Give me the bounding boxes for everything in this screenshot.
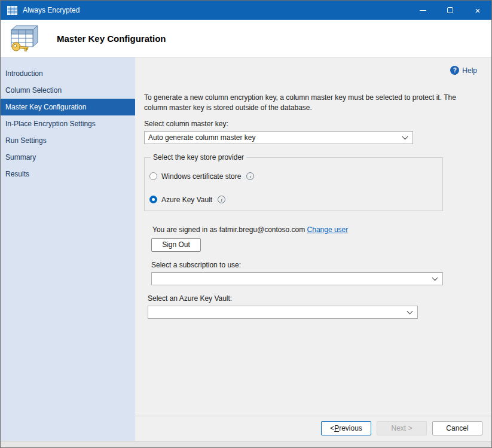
title-bar: Always Encrypted ×: [1, 1, 491, 20]
minimize-icon: [420, 10, 426, 11]
window-bottom-edge: [1, 441, 491, 447]
key-store-provider-group-title: Select the key store provider: [151, 153, 246, 161]
info-icon[interactable]: i: [246, 172, 254, 180]
signed-in-text: You are signed in as fatmir.bregu@contos…: [152, 225, 307, 234]
sidebar-item-run-settings[interactable]: Run Settings: [1, 132, 135, 149]
wizard-body: Introduction Column Selection Master Key…: [1, 57, 491, 441]
close-button[interactable]: ×: [464, 1, 491, 20]
next-button[interactable]: Next >: [377, 421, 427, 435]
intro-text: To generate a new column encryption key,…: [144, 93, 480, 114]
wizard-steps-sidebar: Introduction Column Selection Master Key…: [1, 57, 135, 441]
window-title: Always Encrypted: [23, 6, 80, 14]
caption-buttons: ×: [409, 1, 491, 20]
sidebar-item-master-key-configuration[interactable]: Master Key Configuration: [1, 99, 135, 115]
help-label: Help: [462, 66, 477, 75]
subscription-select[interactable]: [151, 272, 443, 285]
always-encrypted-window: Always Encrypted × Master Key Configurat…: [0, 0, 492, 448]
cancel-button[interactable]: Cancel: [432, 421, 482, 435]
previous-button-rest: revious: [339, 424, 362, 432]
maximize-button[interactable]: [436, 1, 464, 20]
main-panel: ? Help To generate a new column encrypti…: [135, 57, 491, 441]
master-key-select-value: Auto generate column master key: [148, 133, 401, 142]
wizard-header: Master Key Configuration: [1, 20, 491, 57]
azure-key-vault-label: Select an Azure Key Vault:: [148, 294, 479, 303]
close-icon: ×: [475, 6, 481, 15]
radio-windows-certificate-store-label: Windows certificate store: [161, 172, 241, 181]
previous-button[interactable]: < Previous: [321, 421, 371, 435]
radio-azure-key-vault[interactable]: Azure Key Vault i: [149, 193, 442, 206]
table-key-icon: [7, 24, 41, 53]
radio-button-icon: [149, 172, 157, 180]
sign-out-button[interactable]: Sign Out: [151, 238, 201, 252]
subscription-label: Select a subscription to use:: [151, 261, 479, 269]
previous-button-prefix: <: [330, 424, 334, 432]
help-icon: ?: [450, 66, 459, 75]
maximize-icon: [447, 7, 453, 13]
help-link[interactable]: ? Help: [450, 66, 477, 75]
wizard-footer: < Previous Next > Cancel: [135, 416, 491, 441]
signed-in-line: You are signed in as fatmir.bregu@contos…: [152, 225, 479, 234]
radio-button-checked-icon: [149, 196, 157, 203]
sidebar-item-results[interactable]: Results: [1, 166, 135, 182]
change-user-link[interactable]: Change user: [307, 225, 349, 234]
sidebar-item-in-place-encryption-settings[interactable]: In-Place Encryption Settings: [1, 115, 135, 132]
chevron-down-icon: [432, 275, 438, 281]
chevron-down-icon: [402, 133, 408, 139]
info-icon[interactable]: i: [218, 196, 225, 203]
radio-azure-key-vault-label: Azure Key Vault: [161, 196, 212, 204]
previous-button-accesskey: P: [334, 424, 339, 432]
sidebar-item-introduction[interactable]: Introduction: [1, 65, 135, 82]
main-content: ? Help To generate a new column encrypti…: [135, 57, 491, 416]
chevron-down-icon: [407, 308, 413, 314]
help-row: ? Help: [144, 66, 479, 75]
azure-key-vault-select[interactable]: [148, 306, 418, 319]
master-key-label: Select column master key:: [144, 120, 479, 128]
key-store-provider-groupbox: Select the key store provider Windows ce…: [144, 157, 443, 211]
sidebar-item-summary[interactable]: Summary: [1, 149, 135, 166]
minimize-button[interactable]: [409, 1, 436, 20]
sidebar-item-column-selection[interactable]: Column Selection: [1, 82, 135, 99]
app-icon: [7, 6, 17, 15]
radio-windows-certificate-store[interactable]: Windows certificate store i: [149, 170, 442, 183]
page-title: Master Key Configuration: [57, 33, 166, 44]
master-key-select[interactable]: Auto generate column master key: [144, 131, 413, 144]
